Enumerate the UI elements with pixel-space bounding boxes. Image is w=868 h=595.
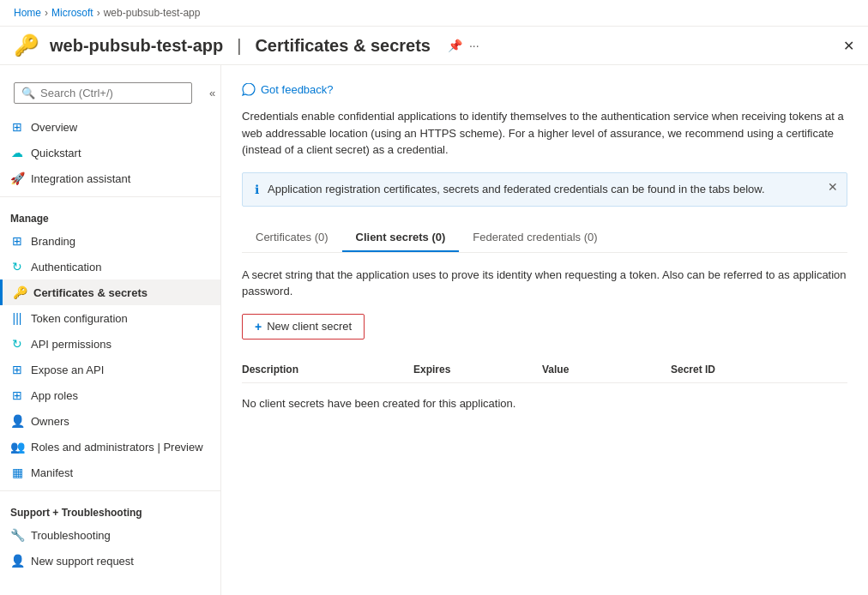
tab-certificates[interactable]: Certificates (0) (242, 224, 342, 252)
breadcrumb-current: web-pubsub-test-app (104, 7, 201, 19)
tab-client-secrets[interactable]: Client secrets (0) (342, 224, 460, 252)
roles-icon: 👥 (10, 440, 24, 454)
feedback-row[interactable]: Got feedback? (242, 82, 847, 96)
table-empty-message: No client secrets have been created for … (242, 383, 847, 424)
sidebar-item-troubleshooting[interactable]: 🔧 Troubleshooting (0, 522, 220, 548)
table-header: Description Expires Value Secret ID (242, 357, 847, 383)
feedback-icon (242, 82, 256, 96)
page-header: 🔑 web-pubsub-test-app | Certificates & s… (0, 27, 868, 65)
breadcrumb-home[interactable]: Home (14, 7, 41, 19)
plus-icon: + (255, 320, 262, 334)
app-icon: 🔑 (14, 33, 39, 57)
search-icon: 🔍 (21, 87, 35, 99)
sidebar-item-owners[interactable]: 👤 Owners (0, 408, 220, 434)
sidebar-item-expose-api[interactable]: ⊞ Expose an API (0, 357, 220, 382)
integration-icon: 🚀 (10, 171, 24, 185)
sidebar-item-quickstart[interactable]: ☁ Quickstart (0, 140, 220, 165)
sidebar-item-overview[interactable]: ⊞ Overview (0, 114, 220, 140)
sidebar-label: Overview (31, 121, 77, 134)
col-secret-id: Secret ID (671, 364, 842, 376)
expose-icon: ⊞ (10, 363, 24, 376)
certificates-icon: 🔑 (13, 285, 27, 299)
sidebar-label: Authentication (31, 261, 101, 273)
sidebar-divider-2 (0, 490, 220, 491)
sidebar-label: Branding (31, 235, 75, 248)
sidebar-item-certificates[interactable]: 🔑 Certificates & secrets (0, 279, 220, 305)
more-options-icon[interactable]: ··· (469, 39, 479, 52)
sidebar-label: Quickstart (31, 147, 81, 159)
app-name: web-pubsub-test-app (50, 36, 223, 56)
info-banner: ℹ Application registration certificates,… (242, 172, 847, 207)
col-description: Description (242, 364, 413, 376)
sidebar-label: App roles (31, 389, 78, 402)
sidebar-label: Owners (31, 415, 69, 428)
sidebar-label: Certificates & secrets (33, 286, 148, 299)
token-icon: ||| (10, 311, 24, 325)
app-roles-icon: ⊞ (10, 388, 24, 402)
breadcrumb: Home › Microsoft › web-pubsub-test-app (0, 0, 868, 27)
quickstart-icon: ☁ (10, 146, 24, 159)
tab-federated-credentials[interactable]: Federated credentials (0) (459, 224, 611, 252)
col-value: Value (542, 364, 671, 376)
sidebar-label: Integration assistant (31, 172, 130, 185)
sidebar-label: Expose an API (31, 364, 104, 376)
page-title: Certificates & secrets (255, 36, 431, 56)
sidebar-item-roles-admins[interactable]: 👥 Roles and administrators | Preview (0, 434, 220, 460)
owners-icon: 👤 (10, 414, 24, 428)
manage-section-label: Manage (0, 202, 220, 228)
close-banner-button[interactable]: ✕ (828, 180, 838, 194)
secrets-table: Description Expires Value Secret ID No c… (242, 357, 847, 424)
sidebar-item-branding[interactable]: ⊞ Branding (0, 228, 220, 254)
feedback-label: Got feedback? (261, 83, 334, 96)
col-expires: Expires (413, 364, 542, 376)
sidebar-item-manifest[interactable]: ▦ Manifest (0, 460, 220, 485)
manifest-icon: ▦ (10, 466, 24, 479)
new-client-secret-button[interactable]: + New client secret (242, 314, 365, 340)
sidebar-item-support-request[interactable]: 👤 New support request (0, 548, 220, 574)
overview-icon: ⊞ (10, 120, 24, 134)
main-layout: 🔍 « ⊞ Overview ☁ Quickstart 🚀 Integratio… (0, 65, 868, 595)
sidebar-item-authentication[interactable]: ↻ Authentication (0, 254, 220, 279)
search-box[interactable]: 🔍 (14, 82, 192, 104)
header-separator: | (237, 36, 241, 56)
header-actions: 📌 ··· (448, 39, 479, 52)
sidebar-label: Roles and administrators | Preview (31, 441, 203, 454)
sidebar-label: New support request (31, 555, 134, 568)
sidebar-item-integration[interactable]: 🚀 Integration assistant (0, 165, 220, 191)
sidebar-item-api-permissions[interactable]: ↻ API permissions (0, 331, 220, 357)
tab-description: A secret string that the application use… (242, 267, 847, 300)
api-icon: ↻ (10, 337, 24, 351)
breadcrumb-microsoft[interactable]: Microsoft (51, 7, 93, 19)
pin-icon[interactable]: 📌 (448, 39, 462, 52)
support-icon: 👤 (10, 554, 24, 568)
troubleshooting-icon: 🔧 (10, 528, 24, 542)
content-area: Got feedback? Credentials enable confide… (221, 65, 868, 595)
sidebar: 🔍 « ⊞ Overview ☁ Quickstart 🚀 Integratio… (0, 65, 221, 595)
collapse-button[interactable]: « (209, 87, 215, 99)
banner-text: Application registration certificates, s… (268, 182, 765, 197)
page-description: Credentials enable confidential applicat… (242, 108, 847, 159)
new-secret-label: New client secret (267, 320, 352, 333)
info-icon: ℹ (255, 183, 259, 196)
sidebar-label: API permissions (31, 338, 112, 351)
sidebar-label: Manifest (31, 466, 73, 479)
branding-icon: ⊞ (10, 234, 24, 248)
tabs-container: Certificates (0) Client secrets (0) Fede… (242, 224, 847, 253)
sidebar-item-app-roles[interactable]: ⊞ App roles (0, 382, 220, 408)
authentication-icon: ↻ (10, 260, 24, 273)
sidebar-label: Troubleshooting (31, 529, 111, 542)
sidebar-item-token-config[interactable]: ||| Token configuration (0, 305, 220, 331)
sidebar-divider (0, 196, 220, 197)
sidebar-label: Token configuration (31, 312, 128, 325)
close-button[interactable]: ✕ (843, 38, 854, 54)
search-input[interactable] (40, 87, 184, 99)
support-section-label: Support + Troubleshooting (0, 496, 220, 522)
